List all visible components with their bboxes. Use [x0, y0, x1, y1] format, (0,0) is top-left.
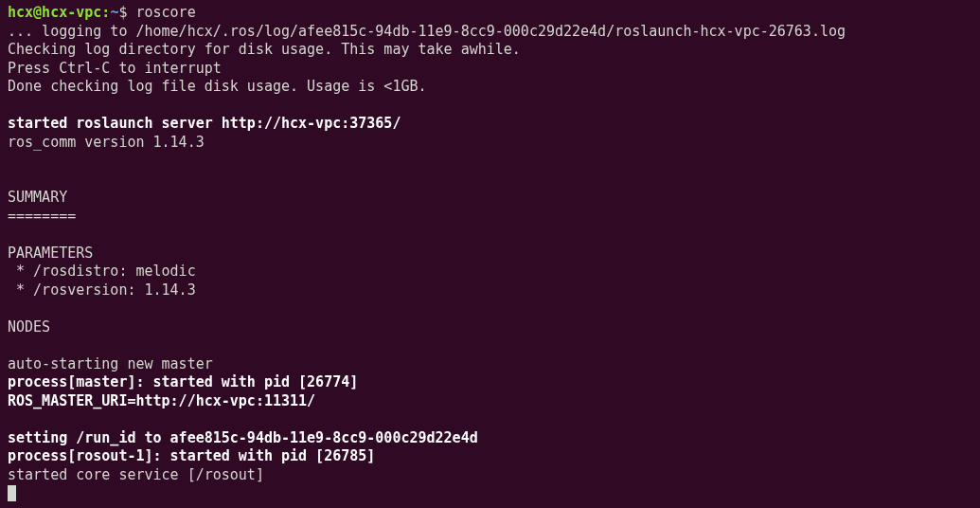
cursor — [8, 485, 16, 501]
prompt-user-host: hcx@hcx-vpc — [8, 4, 101, 21]
output-line: process[master]: started with pid [26774… — [8, 373, 358, 390]
output-line: PARAMETERS — [8, 245, 93, 262]
output-line: NODES — [8, 318, 50, 336]
prompt-line: hcx@hcx-vpc:~$ roscore — [8, 4, 196, 21]
output-line: Checking log directory for disk usage. T… — [8, 41, 521, 58]
output-line: ROS_MASTER_URI=http://hcx-vpc:11311/ — [8, 392, 315, 409]
terminal-window[interactable]: hcx@hcx-vpc:~$ roscore ... logging to /h… — [8, 4, 972, 503]
prompt-dollar: $ — [118, 4, 135, 21]
output-line: SUMMARY — [8, 189, 67, 206]
output-line: Done checking log file disk usage. Usage… — [8, 78, 427, 95]
output-line: started roslaunch server http://hcx-vpc:… — [8, 115, 401, 132]
output-line: ros_comm version 1.14.3 — [8, 134, 205, 151]
terminal-output: ... logging to /home/hcx/.ros/log/afee81… — [8, 23, 972, 485]
output-line: Press Ctrl-C to interrupt — [8, 60, 222, 77]
output-line: process[rosout-1]: started with pid [267… — [8, 447, 375, 464]
output-line: started core service [/rosout] — [8, 466, 264, 483]
output-line: * /rosversion: 1.14.3 — [8, 281, 196, 299]
output-line: ======== — [8, 208, 76, 225]
output-line: ... logging to /home/hcx/.ros/log/afee81… — [8, 23, 846, 40]
output-line: auto-starting new master — [8, 355, 213, 372]
command-input: roscore — [135, 4, 195, 21]
output-line: * /rosdistro: melodic — [8, 263, 196, 280]
output-line: setting /run_id to afee815c-94db-11e9-8c… — [8, 429, 478, 446]
